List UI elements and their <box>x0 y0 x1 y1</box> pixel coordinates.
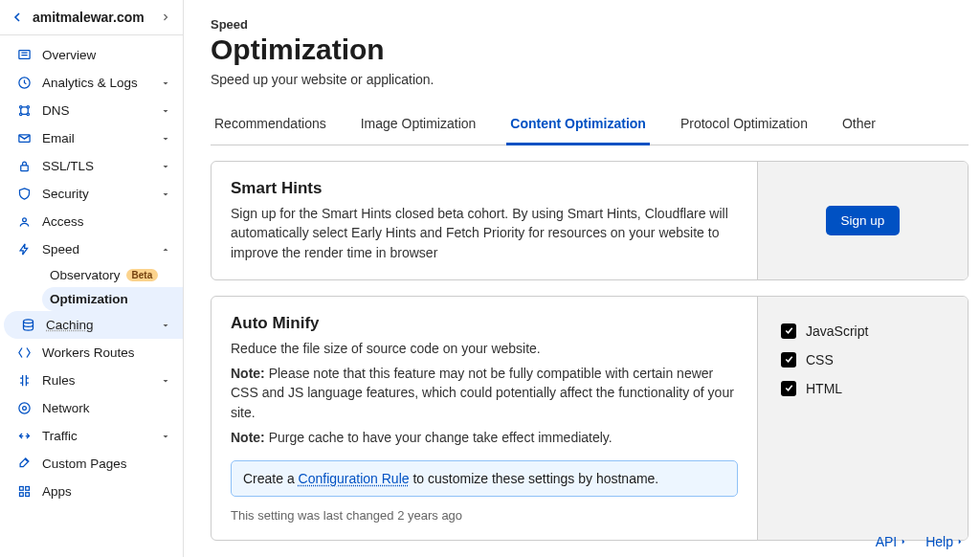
page-subtitle: Speed up your website or application. <box>211 72 969 87</box>
caching-icon <box>19 318 36 332</box>
tab-recommendations[interactable]: Recommendations <box>211 106 330 145</box>
sidebar-item-dns[interactable]: DNS <box>0 97 183 124</box>
card-title: Auto Minify <box>231 314 738 333</box>
chevron-down-icon <box>160 189 171 200</box>
nav-label: Optimization <box>50 292 128 306</box>
nav-label: Custom Pages <box>42 457 171 471</box>
domain-name: amitmalewar.com <box>33 10 160 25</box>
svg-point-10 <box>22 407 26 411</box>
sidebar-item-email[interactable]: Email <box>0 124 183 152</box>
sidebar-item-custom-pages[interactable]: Custom Pages <box>0 450 183 478</box>
breadcrumb: Speed <box>211 17 969 32</box>
nav-label: Access <box>42 214 171 229</box>
card-auto-minify: Auto Minify Reduce the file size of sour… <box>211 296 969 541</box>
sidebar-item-security[interactable]: Security <box>0 180 183 208</box>
chevron-down-icon <box>160 78 171 89</box>
network-icon <box>15 401 33 415</box>
help-link[interactable]: Help <box>925 534 965 549</box>
note-2: Note: Purge cache to have your change ta… <box>231 428 738 447</box>
nav-label: Caching <box>46 318 160 332</box>
svg-point-5 <box>27 113 30 116</box>
sidebar-item-ssl[interactable]: SSL/TLS <box>0 152 183 180</box>
sidebar-item-network[interactable]: Network <box>0 394 183 422</box>
nav-label: Observatory <box>50 268 121 282</box>
nav-label: Network <box>42 401 171 415</box>
nav-label: Traffic <box>42 429 160 443</box>
checkbox-icon <box>781 381 796 396</box>
nav-label: Apps <box>42 484 171 499</box>
option-label: HTML <box>806 381 842 396</box>
tab-protocol-optimization[interactable]: Protocol Optimization <box>677 106 812 145</box>
sidebar-item-analytics[interactable]: Analytics & Logs <box>0 69 183 97</box>
rules-icon <box>15 373 33 388</box>
svg-point-8 <box>22 218 26 222</box>
tab-other[interactable]: Other <box>838 106 880 145</box>
minify-option-css[interactable]: CSS <box>781 352 945 368</box>
option-label: JavaScript <box>806 323 868 339</box>
nav-label: SSL/TLS <box>42 159 160 173</box>
note-1: Note: Please note that this feature may … <box>231 364 738 422</box>
checkbox-icon <box>781 352 796 368</box>
card-body-text: Sign up for the Smart Hints closed beta … <box>231 204 738 262</box>
sidebar-subitem-optimization[interactable]: Optimization <box>42 287 183 311</box>
shield-icon <box>15 187 33 201</box>
svg-point-3 <box>27 106 30 109</box>
overview-icon <box>15 48 33 62</box>
lock-icon <box>15 159 33 173</box>
sidebar-item-caching[interactable]: Caching <box>4 311 183 339</box>
svg-rect-14 <box>19 493 23 497</box>
sidebar-item-rules[interactable]: Rules <box>0 367 183 394</box>
tab-image-optimization[interactable]: Image Optimization <box>357 106 480 145</box>
config-rule-hint: Create a Configuration Rule to customize… <box>231 460 738 497</box>
chevron-up-icon <box>160 244 171 256</box>
sidebar: amitmalewar.com Overview Analytics & Log… <box>0 0 184 557</box>
card-title: Smart Hints <box>231 179 738 198</box>
sidebar-item-access[interactable]: Access <box>0 208 183 235</box>
footer-links: API Help <box>0 534 980 549</box>
nav-label: Rules <box>42 373 160 388</box>
svg-point-9 <box>23 320 33 323</box>
sidebar-sub-speed: Observatory Beta Optimization <box>0 263 183 311</box>
tab-content-optimization[interactable]: Content Optimization <box>506 106 650 145</box>
access-icon <box>15 214 33 229</box>
chevron-down-icon <box>160 431 171 442</box>
nav-label: Analytics & Logs <box>42 76 160 90</box>
chevron-right-icon <box>160 11 171 23</box>
traffic-icon <box>15 429 33 443</box>
svg-rect-12 <box>19 487 23 491</box>
svg-point-11 <box>18 403 29 413</box>
nav-label: Security <box>42 187 160 201</box>
api-link[interactable]: API <box>876 534 909 549</box>
nav-label: Workers Routes <box>42 345 171 360</box>
nav-label: Speed <box>42 242 160 256</box>
analytics-icon <box>15 76 33 90</box>
option-label: CSS <box>806 352 834 368</box>
chevron-down-icon <box>160 375 171 387</box>
sidebar-item-workers[interactable]: Workers Routes <box>0 339 183 367</box>
card-body-text: Reduce the file size of source code on y… <box>231 339 738 358</box>
sidebar-item-apps[interactable]: Apps <box>0 478 183 505</box>
sidebar-nav: Overview Analytics & Logs DNS Email <box>0 35 183 557</box>
back-arrow-icon[interactable] <box>10 10 25 25</box>
minify-option-html[interactable]: HTML <box>781 381 945 396</box>
chevron-down-icon <box>160 133 171 145</box>
domain-selector[interactable]: amitmalewar.com <box>0 0 183 35</box>
chevron-down-icon <box>160 105 171 117</box>
sidebar-item-speed[interactable]: Speed <box>0 235 183 263</box>
sidebar-item-traffic[interactable]: Traffic <box>0 422 183 450</box>
nav-label: DNS <box>42 103 160 118</box>
custom-pages-icon <box>15 457 33 471</box>
card-smart-hints: Smart Hints Sign up for the Smart Hints … <box>211 161 969 280</box>
nav-label: Email <box>42 131 160 145</box>
svg-point-2 <box>19 106 22 109</box>
svg-rect-13 <box>25 487 29 491</box>
workers-icon <box>15 345 33 360</box>
sidebar-item-overview[interactable]: Overview <box>0 41 183 69</box>
minify-option-javascript[interactable]: JavaScript <box>781 323 945 339</box>
apps-icon <box>15 484 33 499</box>
nav-label: Overview <box>42 48 171 62</box>
sign-up-button[interactable]: Sign up <box>826 206 901 235</box>
config-rule-link[interactable]: Configuration Rule <box>299 471 410 486</box>
sidebar-subitem-observatory[interactable]: Observatory Beta <box>42 263 183 287</box>
email-icon <box>15 131 33 145</box>
